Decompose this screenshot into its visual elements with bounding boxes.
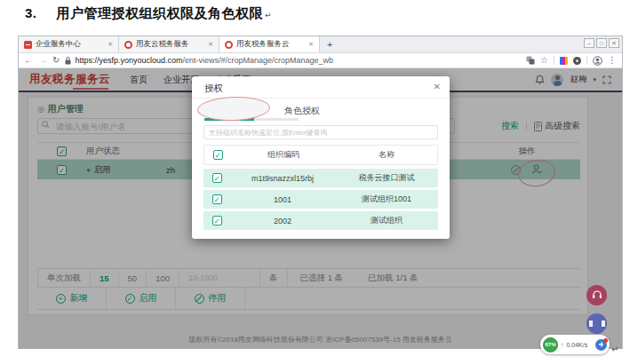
tab-close-icon[interactable]: ✕ [108,41,113,48]
document-heading: 3.用户管理授权组织权限及角色权限↵ [25,5,272,22]
headset-icon [592,290,602,300]
back-icon[interactable]: ← [24,56,33,65]
org-row-checkbox[interactable]: ✓ [212,216,222,226]
screenshot-canvas: 3.用户管理授权组织权限及角色权限↵ 企业服务中心 ✕ 用友云税务服务 ✕ 用友… [0,0,630,364]
new-tab-button[interactable]: + [320,36,339,52]
org-search-input[interactable] [203,125,438,139]
customer-service-float-button[interactable] [586,285,607,305]
tab-label: 用友云税务服务 [136,39,204,50]
org-code: 2002 [230,217,335,226]
minimize-button[interactable]: – [584,38,594,48]
accelerator-icon[interactable] [595,339,607,351]
extension-dark-icon[interactable] [573,57,581,65]
bookmark-star-icon[interactable]: ☆ [540,56,548,65]
forward-icon[interactable]: → [38,56,47,65]
heading-text: 用户管理授权组织权限及角色权限 [57,5,264,20]
browser-window: 企业服务中心 ✕ 用友云税务服务 ✕ 用友税务服务云 ✕ + – □ ✕ ← [18,36,623,349]
url-host: https://yesfp.yonyoucloud.com [75,56,182,65]
addressbar-right-icons: ☆ ⋮ [526,56,617,66]
org-table-header: ✓ 组织编码 名称 [203,145,438,165]
authorization-modal: 授权 ✕ 组织授权 角色授权 ✓ 组织编码 名称 ✓ m1t9snazzxl15… [192,76,450,239]
speed-widget[interactable]: 67% ↑ 0.04K/s [540,335,610,354]
org-row[interactable]: ✓ m1t9snazzxl15rbj 税务云接口测试 [203,169,438,187]
column-org-name: 名称 [336,149,437,161]
reload-icon[interactable]: ↻ [52,56,60,65]
browser-tab-yonyou-cloud-tax[interactable]: 用友云税务服务 ✕ [119,36,219,52]
linebreak-mark-icon: ↵ [265,11,272,20]
org-name: 测试组织 [335,215,438,226]
org-row[interactable]: ✓ 1001 测试组织1001 [203,190,438,209]
modal-title: 授权 [204,83,223,95]
divider [586,56,587,65]
translate-icon[interactable] [526,56,535,65]
maximize-button[interactable]: □ [596,38,607,48]
url-path: /ent-views/#/cropManage/cropManage_wb [182,56,333,65]
feedback-float-button[interactable] [586,313,607,334]
window-close-button[interactable]: ✕ [609,38,619,48]
org-code: m1t9snazzxl15rbj [230,174,335,183]
tab-role-authorization[interactable]: 角色授权 [284,105,320,117]
browser-tab-enterprise-center[interactable]: 企业服务中心 ✕ [19,36,119,52]
window-controls: – □ ✕ [584,38,619,48]
memory-percent-badge: 67% [543,337,558,352]
tab-close-icon[interactable]: ✕ [208,41,213,48]
extension-colorbars-icon[interactable] [560,57,568,65]
favicon-red-ring-icon [225,41,233,49]
tab-label: 用友税务服务云 [236,39,305,50]
chrome-menu-icon[interactable]: ⋮ [608,56,617,65]
url-field[interactable]: https://yesfp.yonyoucloud.com/ent-views/… [65,56,521,65]
column-org-code: 组织编码 [231,149,336,161]
network-rate: 0.04K/s [567,342,588,348]
tab-label: 企业服务中心 [36,39,104,50]
org-code: 1001 [230,195,335,204]
favicon-red-square-icon [24,41,32,49]
profile-icon[interactable] [593,56,602,66]
browser-addressbar: ← → ↻ https://yesfp.yonyoucloud.com/ent-… [19,53,622,68]
browser-tab-yonyou-tax-service-active[interactable]: 用友税务服务云 ✕ [219,36,320,52]
org-row[interactable]: ✓ 2002 测试组织 [203,211,438,230]
url-text: https://yesfp.yonyoucloud.com/ent-views/… [75,56,333,65]
org-select-all-checkbox[interactable]: ✓ [213,150,223,160]
org-name: 测试组织1001 [335,194,438,205]
org-name: 税务云接口测试 [335,172,438,184]
upload-arrow-icon: ↑ [561,342,564,348]
browser-tabstrip: 企业服务中心 ✕ 用友云税务服务 ✕ 用友税务服务云 ✕ + – □ ✕ [19,36,622,53]
modal-close-icon[interactable]: ✕ [434,82,441,91]
lock-icon [65,57,71,65]
linebreak-mark-icon: ↵ [611,344,618,354]
org-row-checkbox[interactable]: ✓ [212,173,222,183]
favicon-red-ring-icon [124,41,132,49]
org-row-checkbox[interactable]: ✓ [212,194,222,204]
heading-number: 3. [25,5,37,20]
divider [554,56,554,65]
tab-close-icon[interactable]: ✕ [308,41,314,48]
